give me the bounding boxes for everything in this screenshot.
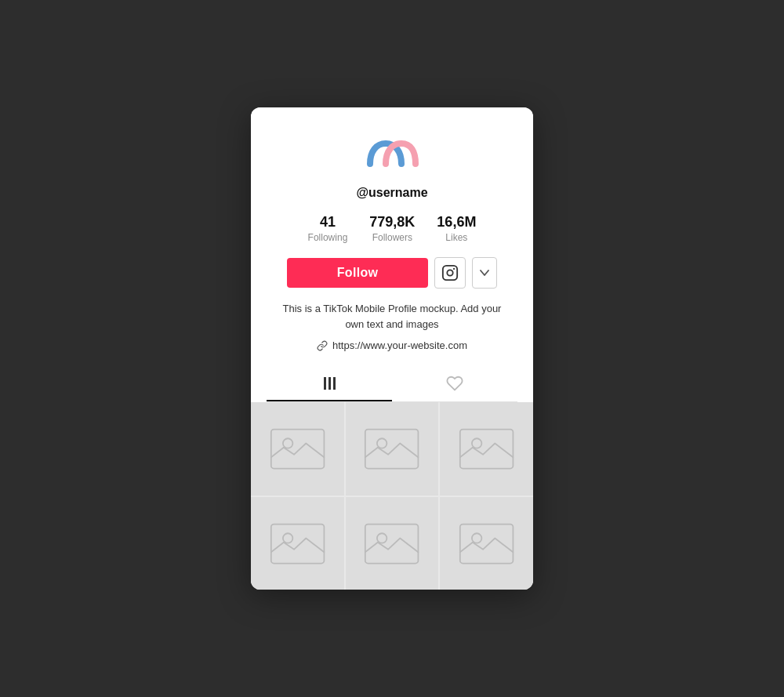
svg-rect-13 — [460, 524, 514, 563]
placeholder-image-6 — [459, 516, 514, 572]
svg-point-4 — [283, 438, 292, 448]
followers-label: Followers — [372, 232, 412, 243]
svg-point-2 — [453, 268, 455, 270]
svg-point-1 — [448, 270, 453, 275]
placeholder-image-2 — [364, 421, 419, 477]
stat-following[interactable]: 41 Following — [308, 214, 348, 244]
actions-row: Follow — [287, 257, 497, 289]
phone-card: @username 41 Following 779,8K Followers … — [251, 107, 533, 590]
username: @username — [356, 186, 427, 200]
svg-point-6 — [377, 438, 387, 448]
svg-rect-9 — [271, 524, 325, 563]
svg-point-12 — [377, 533, 387, 543]
profile-section: @username 41 Following 779,8K Followers … — [251, 107, 533, 403]
svg-point-8 — [472, 438, 481, 448]
stat-likes[interactable]: 16,6M Likes — [437, 214, 476, 244]
svg-rect-0 — [443, 266, 457, 280]
svg-rect-7 — [460, 430, 514, 469]
following-count: 41 — [320, 214, 336, 231]
grid-cell-5[interactable] — [346, 497, 439, 590]
svg-point-14 — [472, 533, 481, 543]
grid-tab-icon — [324, 377, 336, 390]
website-row: https://www.your-website.com — [317, 339, 467, 351]
likes-label: Likes — [445, 232, 467, 243]
likes-count: 16,6M — [437, 214, 476, 231]
svg-point-10 — [283, 533, 292, 543]
placeholder-image-5 — [364, 516, 419, 572]
stats-row: 41 Following 779,8K Followers 16,6M Like… — [308, 214, 477, 244]
tabs-row — [267, 365, 517, 402]
grid-cell-2[interactable] — [346, 402, 439, 496]
dropdown-button[interactable] — [472, 257, 497, 289]
placeholder-image-1 — [270, 421, 325, 477]
following-label: Following — [308, 232, 348, 243]
grid-cell-4[interactable] — [251, 497, 344, 590]
logo-container — [364, 133, 420, 173]
placeholder-image-4 — [270, 516, 325, 572]
bio-text: This is a TikTok Mobile Profile mockup. … — [267, 301, 517, 332]
follow-button[interactable]: Follow — [287, 258, 428, 288]
svg-rect-3 — [271, 430, 325, 469]
placeholder-image-3 — [459, 421, 514, 477]
chevron-down-icon — [480, 270, 489, 276]
svg-rect-5 — [365, 430, 419, 469]
grid-cell-3[interactable] — [440, 402, 533, 496]
followers-count: 779,8K — [369, 214, 415, 231]
grid-cell-1[interactable] — [251, 402, 344, 496]
tab-posts[interactable] — [267, 365, 392, 401]
website-link[interactable]: https://www.your-website.com — [332, 339, 467, 351]
link-icon — [317, 340, 328, 351]
instagram-icon — [441, 264, 459, 281]
instagram-button[interactable] — [434, 257, 466, 289]
stat-followers[interactable]: 779,8K Followers — [369, 214, 415, 244]
heart-outline-icon — [446, 375, 463, 392]
grid-cell-6[interactable] — [440, 497, 533, 590]
image-grid — [251, 402, 533, 590]
svg-rect-11 — [365, 524, 419, 563]
tab-liked[interactable] — [392, 365, 517, 401]
